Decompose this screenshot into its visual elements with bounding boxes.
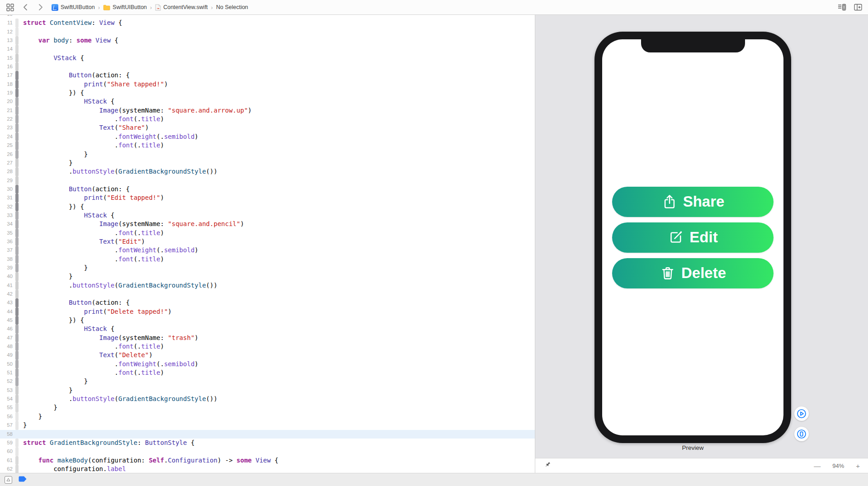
code-line[interactable]: 25 .font(.title)	[0, 141, 535, 150]
code-line[interactable]: 14	[0, 45, 535, 53]
fold-ribbon[interactable]	[15, 220, 19, 228]
fold-ribbon[interactable]	[15, 71, 19, 80]
line-number[interactable]: 43	[0, 298, 14, 307]
code-line[interactable]: 10	[0, 15, 535, 19]
line-number[interactable]: 48	[0, 342, 14, 351]
code-line[interactable]: 15 VStack {	[0, 54, 535, 62]
code-line[interactable]: 38 .font(.title)	[0, 255, 535, 264]
line-number[interactable]: 23	[0, 123, 14, 132]
fold-ribbon[interactable]	[15, 264, 19, 272]
code-line[interactable]: 33 HStack {	[0, 211, 535, 220]
code-line[interactable]: 29	[0, 176, 535, 185]
fold-ribbon[interactable]	[15, 351, 19, 359]
fold-ribbon[interactable]	[15, 316, 19, 325]
line-number[interactable]: 46	[0, 325, 14, 333]
fold-ribbon[interactable]	[15, 15, 19, 19]
fold-ribbon[interactable]	[15, 334, 19, 342]
code-line[interactable]: 53 }	[0, 386, 535, 395]
line-number[interactable]: 52	[0, 377, 14, 386]
toggle-debug-area-icon[interactable]	[5, 476, 12, 484]
line-number[interactable]: 20	[0, 97, 14, 106]
code-line[interactable]: 11struct ContentView: View {	[0, 19, 535, 27]
line-number[interactable]: 31	[0, 193, 14, 202]
fold-ribbon[interactable]	[15, 132, 19, 141]
fold-ribbon[interactable]	[15, 325, 19, 333]
line-number[interactable]: 37	[0, 246, 14, 255]
line-number[interactable]: 15	[0, 54, 14, 62]
line-number[interactable]: 47	[0, 334, 14, 342]
breakpoints-toggle-icon[interactable]	[19, 476, 27, 484]
fold-ribbon[interactable]	[15, 45, 19, 53]
code-line[interactable]: 22 .font(.title)	[0, 115, 535, 123]
fold-ribbon[interactable]	[15, 141, 19, 150]
code-line[interactable]: 51 .font(.title)	[0, 368, 535, 377]
fold-ribbon[interactable]	[15, 360, 19, 368]
code-line[interactable]: 16	[0, 62, 535, 71]
code-line[interactable]: 27 }	[0, 159, 535, 167]
code-line[interactable]: 36 Text("Edit")	[0, 237, 535, 246]
code-line[interactable]: 60	[0, 447, 535, 456]
line-number[interactable]: 61	[0, 456, 14, 465]
fold-ribbon[interactable]	[15, 167, 19, 176]
line-number[interactable]: 54	[0, 395, 14, 403]
line-number[interactable]: 17	[0, 71, 14, 80]
line-number[interactable]: 62	[0, 465, 14, 473]
code-line[interactable]: 40 }	[0, 272, 535, 281]
line-number[interactable]: 40	[0, 272, 14, 281]
fold-ribbon[interactable]	[15, 307, 19, 316]
fold-ribbon[interactable]	[15, 255, 19, 264]
code-line[interactable]: 45 }) {	[0, 316, 535, 325]
related-items-grid-icon[interactable]	[5, 3, 14, 12]
fold-ribbon[interactable]	[15, 412, 19, 421]
fold-ribbon[interactable]	[15, 106, 19, 115]
fold-ribbon[interactable]	[15, 246, 19, 255]
code-line[interactable]: 37 .fontWeight(.semibold)	[0, 246, 535, 255]
code-line[interactable]: 43 Button(action: {	[0, 298, 535, 307]
code-line[interactable]: 13 var body: some View {	[0, 36, 535, 45]
code-line[interactable]: 35 .font(.title)	[0, 229, 535, 237]
fold-ribbon[interactable]	[15, 465, 19, 473]
delete-button[interactable]: Delete	[612, 258, 774, 288]
line-number[interactable]: 26	[0, 150, 14, 159]
fold-ribbon[interactable]	[15, 193, 19, 202]
breadcrumb-selection[interactable]: No Selection	[216, 4, 248, 10]
fold-ribbon[interactable]	[15, 421, 19, 429]
code-line[interactable]: 55 }	[0, 403, 535, 412]
line-number[interactable]: 28	[0, 167, 14, 176]
line-number[interactable]: 21	[0, 106, 14, 115]
code-line[interactable]: 47 Image(systemName: "trash")	[0, 334, 535, 342]
line-number[interactable]: 38	[0, 255, 14, 264]
back-chevron-icon[interactable]	[21, 3, 30, 12]
fold-ribbon[interactable]	[15, 237, 19, 246]
line-number[interactable]: 50	[0, 360, 14, 368]
fold-ribbon[interactable]	[15, 430, 19, 439]
add-editor-icon[interactable]	[854, 3, 863, 12]
line-number[interactable]: 41	[0, 281, 14, 290]
line-number[interactable]: 51	[0, 368, 14, 377]
line-number[interactable]: 35	[0, 229, 14, 237]
line-number[interactable]: 18	[0, 80, 14, 89]
fold-ribbon[interactable]	[15, 89, 19, 97]
line-number[interactable]: 11	[0, 19, 14, 27]
zoom-out-button[interactable]: —	[814, 462, 821, 470]
code-line[interactable]: 12	[0, 28, 535, 36]
code-line[interactable]: 44 print("Delete tapped!")	[0, 307, 535, 316]
line-number[interactable]: 24	[0, 132, 14, 141]
line-number[interactable]: 59	[0, 439, 14, 447]
breadcrumb-project[interactable]: SwiftUIButton	[52, 4, 95, 11]
breadcrumb-group[interactable]: SwiftUIButton	[103, 4, 147, 10]
code-line[interactable]: 34 Image(systemName: "square.and.pencil"…	[0, 220, 535, 228]
line-number[interactable]: 32	[0, 203, 14, 211]
code-line[interactable]: 18 print("Share tapped!")	[0, 80, 535, 89]
live-preview-button[interactable]	[794, 406, 809, 421]
fold-ribbon[interactable]	[15, 403, 19, 412]
code-line[interactable]: 20 HStack {	[0, 97, 535, 106]
fold-ribbon[interactable]	[15, 368, 19, 377]
code-line[interactable]: 23 Text("Share")	[0, 123, 535, 132]
breadcrumb-file[interactable]: ContentView.swift	[155, 4, 208, 11]
code-line[interactable]: 41 .buttonStyle(GradientBackgroundStyle(…	[0, 281, 535, 290]
line-number[interactable]: 36	[0, 237, 14, 246]
edit-button[interactable]: Edit	[612, 222, 774, 253]
line-number[interactable]: 27	[0, 159, 14, 167]
code-line[interactable]: 17 Button(action: {	[0, 71, 535, 80]
